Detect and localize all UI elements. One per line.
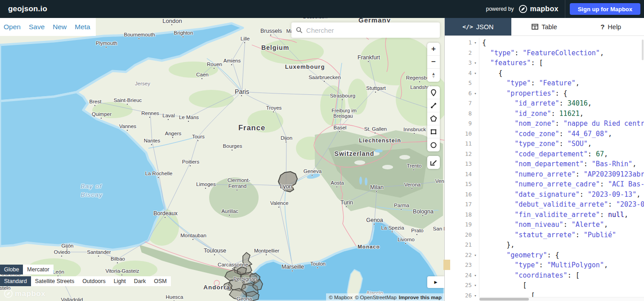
tab-table[interactable]: Table bbox=[511, 18, 578, 35]
marker-tool-button[interactable] bbox=[427, 86, 440, 99]
attribution-osm-link[interactable]: © OpenStreetMap bbox=[355, 295, 397, 300]
style-option-outdoors[interactable]: Outdoors bbox=[78, 276, 109, 286]
code-line: 9 "nom_zone": "nappe du Ried centre bbox=[445, 119, 644, 129]
feature-polygon[interactable] bbox=[253, 279, 263, 290]
code-line: 19 "nom_niveau": "Alerte", bbox=[445, 220, 644, 230]
line-number: 21 bbox=[445, 240, 472, 250]
style-option-light[interactable]: Light bbox=[110, 276, 130, 286]
fold-arrow-icon[interactable]: ▾ bbox=[472, 291, 479, 301]
compass-icon: ▲▼ bbox=[432, 72, 436, 79]
projection-option-mercator[interactable]: Mercator bbox=[23, 265, 53, 274]
fold-arrow-icon bbox=[472, 260, 479, 270]
code-line: 11 "type_zone": "SOU", bbox=[445, 139, 644, 149]
projection-option-globe[interactable]: Globe bbox=[0, 265, 23, 274]
line-number: 8 bbox=[445, 109, 472, 119]
horizontal-scrollbar-thumb[interactable] bbox=[479, 298, 529, 301]
menu-item-meta[interactable]: Meta bbox=[75, 23, 90, 31]
compass-button[interactable]: ▲▼ bbox=[427, 69, 440, 82]
zoom-in-button[interactable]: + bbox=[427, 43, 440, 56]
fold-arrow-icon bbox=[472, 169, 479, 180]
code-line: 1▾{ bbox=[445, 38, 644, 48]
panel-collapse-button[interactable]: ▶ bbox=[427, 276, 444, 288]
edit-tool-button[interactable] bbox=[427, 156, 440, 169]
circle-tool-button[interactable] bbox=[427, 138, 440, 151]
basemap-style-switcher: StandardSatellite StreetsOutdoorsLightDa… bbox=[0, 276, 171, 286]
fold-arrow-icon bbox=[472, 210, 479, 220]
line-number: 20 bbox=[445, 230, 472, 240]
style-option-dark[interactable]: Dark bbox=[130, 276, 150, 286]
mapbox-map-logo[interactable]: mapbox bbox=[4, 289, 45, 298]
search-icon bbox=[296, 27, 303, 34]
fold-arrow-icon bbox=[472, 139, 479, 149]
fold-arrow-icon bbox=[472, 220, 479, 230]
mapbox-logo-icon bbox=[519, 4, 528, 13]
attribution-mapbox-link[interactable]: © Mapbox bbox=[329, 295, 353, 300]
tab-bar: </>JSONTable?Help bbox=[445, 18, 644, 36]
polygon-tool-button[interactable] bbox=[427, 112, 440, 125]
map-canvas[interactable]: DusseldorfGermanyJenaLondonBournemouthBr… bbox=[0, 18, 444, 301]
rectangle-tool-button[interactable] bbox=[427, 125, 440, 138]
editor-panel: </>JSONTable?Help 1▾{2 "type": "FeatureC… bbox=[444, 18, 644, 301]
fold-arrow-icon[interactable]: ▾ bbox=[472, 250, 479, 261]
fold-arrow-icon bbox=[472, 119, 479, 129]
code-line: 20 "statut_arrete": "Publié" bbox=[445, 230, 644, 240]
map-attribution: © Mapbox © OpenStreetMap Improve this ma… bbox=[326, 293, 444, 301]
code-line: 15 "numero_arrete_cadre": "ACI Bas-R bbox=[445, 179, 644, 190]
line-tool-button[interactable] bbox=[427, 99, 440, 112]
horizontal-scrollbar[interactable] bbox=[479, 297, 644, 301]
header-divider bbox=[565, 0, 565, 18]
fold-arrow-icon bbox=[472, 109, 479, 119]
line-number: 9 bbox=[445, 119, 472, 129]
code-line: 24▾ "coordinates": [ bbox=[445, 270, 644, 281]
fold-arrow-icon[interactable]: ▾ bbox=[472, 89, 479, 99]
fold-arrow-icon[interactable]: ▾ bbox=[472, 270, 479, 281]
code-line: 8 "id_zone": 11621, bbox=[445, 109, 644, 119]
fold-arrow-icon[interactable]: ▾ bbox=[472, 38, 479, 48]
line-number: 4 bbox=[445, 68, 472, 79]
fold-arrow-icon[interactable]: ▾ bbox=[472, 280, 479, 291]
fold-arrow-icon[interactable]: ▾ bbox=[472, 68, 479, 79]
code-line: 18 "fin_validite_arrete": null, bbox=[445, 210, 644, 220]
code-line: 22▾ "geometry": { bbox=[445, 250, 644, 261]
search-box[interactable] bbox=[291, 22, 440, 38]
help-icon: ? bbox=[600, 23, 604, 31]
json-editor[interactable]: 1▾{2 "type": "FeatureCollection",3▾ "fea… bbox=[445, 36, 644, 301]
vertical-scrollbar[interactable] bbox=[642, 40, 644, 60]
code-line: 21 }, bbox=[445, 240, 644, 250]
circle-tool-icon bbox=[430, 142, 437, 149]
search-input[interactable] bbox=[306, 27, 435, 34]
menu-item-open[interactable]: Open bbox=[4, 23, 21, 31]
signup-button[interactable]: Sign up for Mapbox bbox=[570, 3, 640, 15]
table-icon bbox=[532, 24, 538, 30]
code-line: 12 "code_departement": 67, bbox=[445, 149, 644, 159]
fold-arrow-icon bbox=[472, 159, 479, 169]
line-number: 18 bbox=[445, 210, 472, 220]
tab-json[interactable]: </>JSON bbox=[445, 18, 511, 35]
fold-arrow-icon[interactable]: ▾ bbox=[472, 58, 479, 68]
tab-help[interactable]: ?Help bbox=[577, 18, 644, 35]
zoom-out-button[interactable]: − bbox=[427, 56, 440, 69]
arrow-right-icon: ▶ bbox=[434, 280, 438, 284]
code-line: 25▾ [ bbox=[445, 280, 644, 291]
line-number: 24 bbox=[445, 270, 472, 281]
line-number: 16 bbox=[445, 190, 472, 200]
line-number: 2 bbox=[445, 48, 472, 58]
style-option-standard[interactable]: Standard bbox=[0, 276, 31, 286]
line-number: 15 bbox=[445, 179, 472, 190]
style-option-osm[interactable]: OSM bbox=[150, 276, 170, 286]
menu-item-new[interactable]: New bbox=[53, 23, 67, 31]
improve-map-link[interactable]: Improve this map bbox=[399, 295, 442, 300]
mapbox-logo[interactable]: mapbox bbox=[519, 4, 559, 13]
menu-item-save[interactable]: Save bbox=[29, 23, 45, 31]
style-option-satellite-streets[interactable]: Satellite Streets bbox=[31, 276, 79, 286]
top-header: geojson.io powered by mapbox Sign up for… bbox=[0, 0, 644, 18]
draw-toolbar bbox=[427, 86, 440, 151]
line-number: 11 bbox=[445, 139, 472, 149]
line-number: 6 bbox=[445, 89, 472, 99]
line-number: 14 bbox=[445, 169, 472, 180]
app-logo: geojson.io bbox=[8, 4, 47, 13]
code-line: 16 "date_signature": "2023-09-13", bbox=[445, 190, 644, 200]
polygon-tool-icon bbox=[430, 115, 437, 122]
code-line: 14 "numero_arrete": "AP202309123abro bbox=[445, 169, 644, 180]
fold-arrow-icon bbox=[472, 48, 479, 58]
